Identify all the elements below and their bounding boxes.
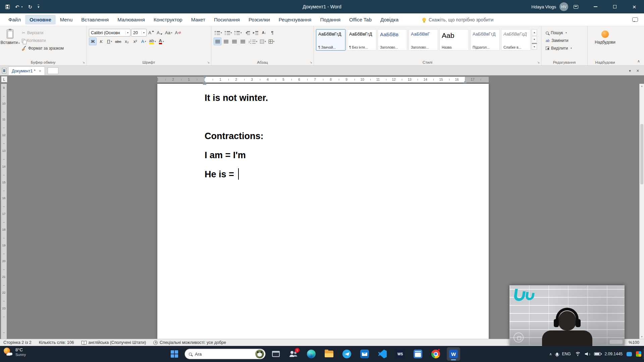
shrink-font-button[interactable]: А: [156, 29, 163, 37]
page-indicator[interactable]: Сторінка 2 із 2: [3, 340, 32, 345]
battery-icon[interactable]: [594, 352, 601, 356]
increase-indent-button[interactable]: [252, 29, 260, 37]
customize-qat-icon[interactable]: ▾: [38, 5, 39, 9]
style-card-5[interactable]: АаБбВвГгДПідзагол...: [470, 29, 500, 51]
taskbar-window-button[interactable]: [269, 347, 282, 361]
word-count[interactable]: Кількість слів: 106: [39, 340, 74, 345]
taskbar-wps-button[interactable]: WS: [393, 347, 407, 361]
taskbar-search[interactable]: Ara: [184, 349, 266, 359]
clear-formatting-button[interactable]: А: [174, 29, 182, 37]
menu-tab-1[interactable]: Основне: [25, 15, 56, 24]
styles-dialog-launcher[interactable]: [537, 61, 540, 64]
undo-icon[interactable]: ↶: [15, 4, 19, 9]
menu-tab-5[interactable]: Конструктор: [149, 15, 187, 24]
menu-tab-7[interactable]: Посилання: [210, 15, 244, 24]
document-page[interactable]: It is not winter.Contractions:I am = I'm…: [157, 84, 489, 339]
align-left-button[interactable]: [214, 38, 221, 45]
taskbar-people-button[interactable]: 1: [287, 347, 300, 361]
menu-tab-4[interactable]: Малювання: [113, 15, 149, 24]
scrollbar-thumb[interactable]: [640, 124, 643, 184]
tab-bar-close-icon[interactable]: ✕: [636, 69, 639, 73]
vertical-scrollbar[interactable]: ▴ ▾: [639, 84, 644, 339]
decrease-indent-button[interactable]: [244, 29, 251, 37]
paste-button[interactable]: Вставити: [0, 28, 20, 45]
avatar[interactable]: HV: [559, 2, 568, 11]
italic-button[interactable]: К: [97, 38, 105, 45]
feedback-icon[interactable]: [632, 17, 638, 22]
style-card-6[interactable]: АаБбВвГгДСлабке в...: [501, 29, 531, 51]
menu-tab-10[interactable]: Подання: [316, 15, 345, 24]
taskbar-browser-button[interactable]: [429, 347, 442, 361]
shading-button[interactable]: [259, 38, 267, 45]
account-name[interactable]: Hdaya Vlogs: [531, 4, 556, 9]
show-marks-button[interactable]: ¶: [269, 29, 276, 37]
find-button[interactable]: Пошук: [544, 29, 587, 37]
cut-button[interactable]: ✂Вирізати: [20, 29, 65, 37]
bullets-button[interactable]: [214, 29, 223, 37]
align-right-button[interactable]: [230, 38, 238, 45]
minimize-button[interactable]: [586, 0, 605, 13]
grow-font-button[interactable]: А: [147, 29, 155, 37]
start-button[interactable]: [168, 347, 181, 361]
save-icon[interactable]: [5, 5, 10, 9]
taskbar-calendar-button[interactable]: [411, 347, 425, 361]
styles-more-icon[interactable]: ▾: [532, 43, 537, 50]
input-language[interactable]: ENG: [562, 352, 571, 356]
subscript-button[interactable]: х₂: [123, 38, 131, 45]
collapse-ribbon-icon[interactable]: [637, 59, 640, 63]
styles-scroll-up-icon[interactable]: ▴: [532, 29, 537, 36]
replace-button[interactable]: abЗамінити: [544, 37, 587, 44]
align-center-button[interactable]: [222, 38, 230, 45]
tab-list-icon[interactable]: ▾: [629, 69, 631, 73]
wifi-icon[interactable]: [575, 352, 581, 356]
superscript-button[interactable]: х²: [131, 38, 139, 45]
taskbar-edge-button[interactable]: [305, 347, 318, 361]
hidden-icons-chevron-icon[interactable]: ∧: [549, 352, 552, 356]
menu-tab-12[interactable]: Довідка: [376, 15, 403, 24]
first-line-indent-marker[interactable]: [203, 76, 206, 79]
style-card-0[interactable]: АаБбВвГгД¶ Звичай...: [316, 29, 345, 51]
tab-selector[interactable]: L: [1, 76, 7, 82]
font-name-select[interactable]: Calibri (Основн: [89, 29, 130, 37]
clipboard-dialog-launcher[interactable]: [82, 61, 85, 64]
zoom-level[interactable]: %100: [629, 340, 639, 345]
bold-button[interactable]: Ж: [89, 38, 97, 45]
highlight-button[interactable]: ab: [148, 38, 157, 45]
numbering-button[interactable]: [224, 29, 233, 37]
taskbar-vscode-button[interactable]: [376, 347, 389, 361]
addins-button[interactable]: Надбудови: [588, 31, 623, 45]
menu-tab-8[interactable]: Розсилки: [244, 15, 274, 24]
scroll-down-icon[interactable]: ▾: [640, 335, 644, 338]
tab-close-icon[interactable]: ×: [39, 69, 41, 73]
font-color-button[interactable]: А: [158, 38, 165, 45]
format-painter-button[interactable]: Формат за зразком: [20, 45, 65, 52]
menu-tab-0[interactable]: Файл: [4, 15, 25, 24]
volume-icon[interactable]: [585, 352, 590, 356]
undo-dropdown-icon[interactable]: ▾: [21, 5, 23, 8]
font-size-select[interactable]: 20: [131, 29, 147, 37]
justify-button[interactable]: [239, 38, 247, 45]
notification-chat-icon[interactable]: [627, 352, 632, 356]
maximize-button[interactable]: [605, 0, 625, 13]
tell-me-box[interactable]: Скажіть, що потрібно зробити: [422, 17, 493, 22]
multilevel-list-button[interactable]: [233, 29, 243, 37]
style-card-4[interactable]: АabНазва: [439, 29, 469, 51]
clock-date[interactable]: 2.09.1445: [605, 352, 623, 356]
strikethrough-button[interactable]: abc: [114, 38, 122, 45]
redo-icon[interactable]: ↻: [28, 4, 33, 9]
menu-tab-11[interactable]: Office Tab: [345, 15, 376, 24]
change-case-button[interactable]: Аа: [164, 29, 173, 37]
style-card-1[interactable]: АаБбВвГгД¶ Без інте...: [347, 29, 376, 51]
menu-tab-2[interactable]: Menu: [56, 15, 77, 24]
accessibility-status[interactable]: Спеціальні можливості: усе добре: [153, 340, 226, 345]
style-card-2[interactable]: АаБбВвЗаголово...: [378, 29, 407, 51]
borders-button[interactable]: [268, 38, 276, 45]
new-tab-button[interactable]: [48, 67, 58, 74]
menu-tab-3[interactable]: Вставлення: [77, 15, 113, 24]
document-tab[interactable]: Документ1 * ×: [8, 66, 45, 75]
paragraph-dialog-launcher[interactable]: [310, 61, 312, 64]
taskbar-mail-button[interactable]: [358, 347, 371, 361]
underline-button[interactable]: П: [106, 38, 113, 45]
text-effects-button[interactable]: А: [140, 38, 148, 45]
language-indicator[interactable]: англійська (Сполучені Штати): [82, 340, 146, 345]
